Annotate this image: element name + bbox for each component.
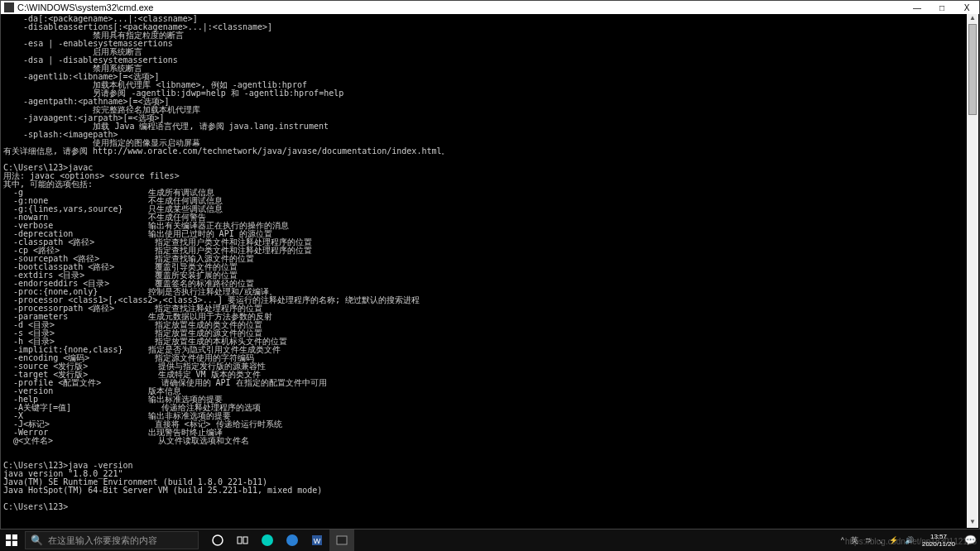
start-button[interactable] (0, 529, 23, 551)
browser-1-button[interactable] (255, 529, 280, 551)
scrollbar[interactable]: ▲ ▼ (967, 14, 978, 528)
window-title: C:\WINDOWS\system32\cmd.exe (17, 2, 153, 12)
svg-point-7 (262, 534, 273, 546)
svg-rect-6 (243, 537, 247, 544)
task-view-icon (237, 534, 248, 546)
clock-date: 2020/11/20 (922, 540, 955, 548)
svg-text:W: W (314, 537, 321, 545)
cmd-taskbar-icon (335, 534, 348, 547)
svg-rect-3 (12, 541, 17, 546)
volume-icon[interactable]: 🔊 (901, 536, 917, 544)
edge-icon (286, 534, 299, 547)
title-bar[interactable]: C:\WINDOWS\system32\cmd.exe — □ X (1, 1, 979, 14)
notification-button[interactable]: 💬 (960, 529, 980, 551)
network-icon[interactable]: ⚡ (886, 536, 901, 544)
close-button[interactable]: X (954, 1, 979, 14)
windows-icon (6, 534, 17, 546)
search-box[interactable]: 🔍 在这里输入你要搜索的内容 (25, 531, 199, 549)
half-width-icon[interactable]: ⊃ (862, 536, 875, 544)
cmd-window: C:\WINDOWS\system32\cmd.exe — □ X -da[:<… (0, 0, 980, 529)
search-icon: 🔍 (31, 534, 43, 546)
minimize-button[interactable]: — (905, 1, 930, 14)
maximize-button[interactable]: □ (930, 1, 954, 14)
search-placeholder: 在这里输入你要搜索的内容 (48, 534, 157, 547)
edge-button[interactable] (280, 529, 305, 551)
terminal-output[interactable]: -da[:<packagename>...|:<classname>] -dis… (2, 14, 967, 528)
svg-rect-1 (12, 534, 17, 539)
svg-point-8 (286, 534, 298, 546)
scroll-up-arrow[interactable]: ▲ (967, 14, 978, 24)
cmd-taskbar-button[interactable] (329, 529, 354, 551)
word-icon: W (310, 534, 324, 547)
svg-rect-5 (238, 537, 242, 544)
taskbar-icons: W (205, 529, 354, 551)
tray-up-icon[interactable]: ^ (838, 536, 848, 544)
scroll-thumb[interactable] (968, 24, 977, 115)
svg-rect-0 (6, 534, 11, 539)
taskbar: 🔍 在这里输入你要搜索的内容 W ^ 英 ⊃ ·, ⚡ 🔊 13:57 202 (0, 529, 980, 551)
svg-rect-11 (337, 536, 347, 544)
cmd-icon (4, 2, 14, 12)
cortana-icon (212, 534, 223, 546)
taskbar-right: ^ 英 ⊃ ·, ⚡ 🔊 13:57 2020/11/20 💬 (838, 529, 980, 551)
svg-point-4 (213, 535, 223, 545)
ime-icon[interactable]: 英 (848, 535, 862, 546)
window-controls: — □ X (905, 1, 979, 14)
punct-icon[interactable]: ·, (875, 536, 886, 544)
scroll-down-arrow[interactable]: ▼ (967, 518, 978, 528)
clock[interactable]: 13:57 2020/11/20 (917, 533, 960, 548)
word-button[interactable]: W (305, 529, 329, 551)
browser-icon (261, 534, 274, 547)
terminal-area: -da[:<packagename>...|:<classname>] -dis… (2, 14, 978, 528)
cortana-button[interactable] (205, 529, 230, 551)
svg-rect-2 (6, 541, 11, 546)
clock-time: 13:57 (922, 533, 955, 540)
task-view-button[interactable] (230, 529, 255, 551)
